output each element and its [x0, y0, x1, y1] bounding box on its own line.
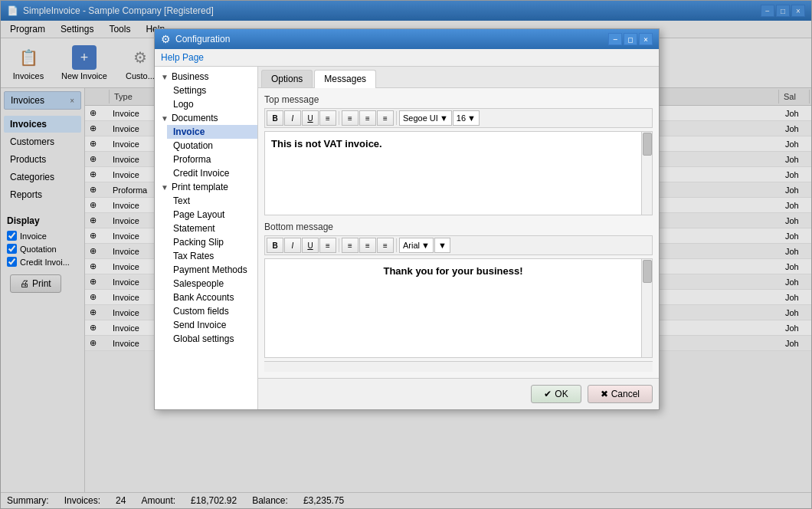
- ok-button[interactable]: ✔ OK: [531, 385, 581, 403]
- tree-item-invoice[interactable]: Invoice: [167, 125, 257, 139]
- tree-item-packing-slip[interactable]: Packing Slip: [167, 235, 257, 249]
- bottom-font-name: Arial: [403, 241, 420, 250]
- dialog-tabs: Options Messages: [258, 67, 659, 88]
- top-message-section: Top message B I U ≡ ≡ ≡ ≡: [264, 94, 653, 215]
- font-dropdown-arrow: ▼: [440, 113, 448, 123]
- tree-item-custom-fields[interactable]: Custom fields: [167, 304, 257, 318]
- tree-label-tax-rates: Tax Rates: [173, 251, 214, 261]
- scroll-thumb: [643, 133, 652, 156]
- dialog-body: ▼ Business Settings Logo ▼ Documents Inv: [155, 67, 659, 409]
- dialog-tab-content: Top message B I U ≡ ≡ ≡ ≡: [258, 88, 659, 378]
- tree-item-business[interactable]: ▼ Business: [155, 70, 257, 84]
- top-message-label: Top message: [264, 94, 653, 105]
- dialog-footer: ✔ OK ✖ Cancel: [258, 378, 659, 409]
- tree-item-proforma[interactable]: Proforma: [167, 153, 257, 166]
- bottom-message-scrollbar[interactable]: [641, 259, 652, 357]
- tree-item-text[interactable]: Text: [167, 194, 257, 208]
- align-right-button-2[interactable]: ≡: [377, 238, 394, 253]
- tree-item-quotation[interactable]: Quotation: [167, 139, 257, 153]
- toolbar-separator-2: [396, 111, 397, 125]
- list-button[interactable]: ≡: [319, 110, 336, 126]
- tree-label-packing-slip: Packing Slip: [173, 237, 224, 248]
- dialog-nav: ▼ Business Settings Logo ▼ Documents Inv: [155, 67, 258, 409]
- tab-options[interactable]: Options: [261, 70, 313, 87]
- italic-button-2[interactable]: I: [284, 238, 301, 253]
- tree-item-credit-invoice[interactable]: Credit Invoice: [167, 166, 257, 180]
- tree-item-global-settings[interactable]: Global settings: [167, 332, 257, 346]
- toolbar-separator-3: [339, 238, 339, 252]
- tree-item-settings[interactable]: Settings: [167, 84, 257, 97]
- tree-item-salespeople[interactable]: Salespeople: [167, 277, 257, 291]
- top-message-editor-container: This is not VAT invoice.: [264, 131, 653, 215]
- tree-label-text: Text: [173, 195, 190, 206]
- tree-item-documents[interactable]: ▼ Documents: [155, 111, 257, 125]
- italic-button[interactable]: I: [284, 110, 301, 126]
- tree-label-send-invoice: Send Invoice: [173, 320, 226, 330]
- toolbar-separator-4: [396, 238, 397, 252]
- tree-item-tax-rates[interactable]: Tax Rates: [167, 249, 257, 263]
- tree-arrow-print-template: ▼: [161, 183, 169, 192]
- dialog-close-button[interactable]: ×: [639, 33, 653, 45]
- bold-button-2[interactable]: B: [267, 238, 283, 253]
- tree-label-documents: Documents: [172, 113, 218, 123]
- ok-label: OK: [555, 389, 568, 399]
- top-message-editor[interactable]: This is not VAT invoice.: [265, 132, 641, 215]
- dialog-maximize-button[interactable]: □: [624, 33, 637, 45]
- font-size-dropdown-arrow: ▼: [467, 113, 476, 123]
- tab-messages-label: Messages: [324, 74, 366, 84]
- bold-button[interactable]: B: [267, 110, 283, 126]
- tree-item-page-layout[interactable]: Page Layout: [167, 208, 257, 222]
- tree-item-logo[interactable]: Logo: [167, 97, 257, 111]
- top-message-toolbar: B I U ≡ ≡ ≡ ≡ Segoe UI: [264, 108, 653, 128]
- tree-label-invoice: Invoice: [173, 126, 205, 137]
- list-button-2[interactable]: ≡: [319, 238, 336, 253]
- align-center-button[interactable]: ≡: [359, 110, 376, 126]
- font-name: Segoe UI: [403, 113, 438, 123]
- tree-label-business: Business: [172, 71, 209, 82]
- tree-item-bank-accounts[interactable]: Bank Accounts: [167, 291, 257, 304]
- dialog-title-bar: ⚙ Configuration − □ ×: [155, 29, 659, 49]
- tree-label-bank-accounts: Bank Accounts: [173, 292, 234, 303]
- bottom-scroll[interactable]: [264, 361, 653, 372]
- tree-label-statement: Statement: [173, 223, 215, 234]
- dialog-help: Help Page: [155, 49, 659, 67]
- bottom-size-dropdown[interactable]: ▼: [434, 238, 450, 253]
- underline-button[interactable]: U: [302, 110, 319, 126]
- bottom-message-editor-container: Thank you for your business!: [264, 258, 653, 358]
- tree-item-statement[interactable]: Statement: [167, 222, 257, 235]
- tree-arrow-business: ▼: [161, 73, 169, 81]
- tree-label-credit-invoice: Credit Invoice: [173, 168, 229, 179]
- dialog-overlay: ⚙ Configuration − □ × Help Page ▼: [1, 1, 811, 508]
- dialog-minimize-button[interactable]: −: [608, 33, 622, 45]
- bottom-message-content: Thank you for your business!: [383, 265, 522, 277]
- align-center-button-2[interactable]: ≡: [359, 238, 376, 253]
- help-link[interactable]: Help Page: [161, 52, 204, 63]
- tree-label-print-template: Print template: [172, 182, 228, 192]
- cancel-label: Cancel: [611, 389, 640, 399]
- bottom-font-dropdown[interactable]: Arial ▼: [399, 238, 434, 253]
- align-right-button[interactable]: ≡: [377, 110, 394, 126]
- dialog-right-panel: Options Messages Top message B: [258, 67, 659, 409]
- font-size-dropdown[interactable]: 16 ▼: [453, 110, 480, 126]
- configuration-dialog: ⚙ Configuration − □ × Help Page ▼: [154, 28, 660, 410]
- dialog-controls: − □ ×: [608, 33, 653, 45]
- bottom-message-editor[interactable]: Thank you for your business!: [265, 259, 641, 357]
- top-message-scrollbar[interactable]: [641, 132, 652, 215]
- cancel-button[interactable]: ✖ Cancel: [588, 385, 653, 403]
- tab-messages[interactable]: Messages: [314, 70, 376, 88]
- underline-button-2[interactable]: U: [302, 238, 319, 253]
- toolbar-separator-1: [339, 111, 339, 125]
- align-left-button[interactable]: ≡: [342, 110, 359, 126]
- bottom-message-label: Bottom message: [264, 222, 653, 232]
- tree-item-print-template[interactable]: ▼ Print template: [155, 180, 257, 194]
- bottom-message-section: Bottom message B I U ≡ ≡ ≡ ≡: [264, 222, 653, 372]
- font-size: 16: [457, 113, 466, 123]
- ok-icon: ✔: [544, 389, 552, 399]
- cancel-icon: ✖: [601, 389, 608, 399]
- bottom-message-toolbar: B I U ≡ ≡ ≡ ≡ Arial: [264, 235, 653, 255]
- tab-options-label: Options: [271, 74, 303, 84]
- font-dropdown[interactable]: Segoe UI ▼: [399, 110, 452, 126]
- tree-item-payment-methods[interactable]: Payment Methods: [167, 263, 257, 277]
- tree-item-send-invoice[interactable]: Send Invoice: [167, 318, 257, 332]
- align-left-button-2[interactable]: ≡: [342, 238, 359, 253]
